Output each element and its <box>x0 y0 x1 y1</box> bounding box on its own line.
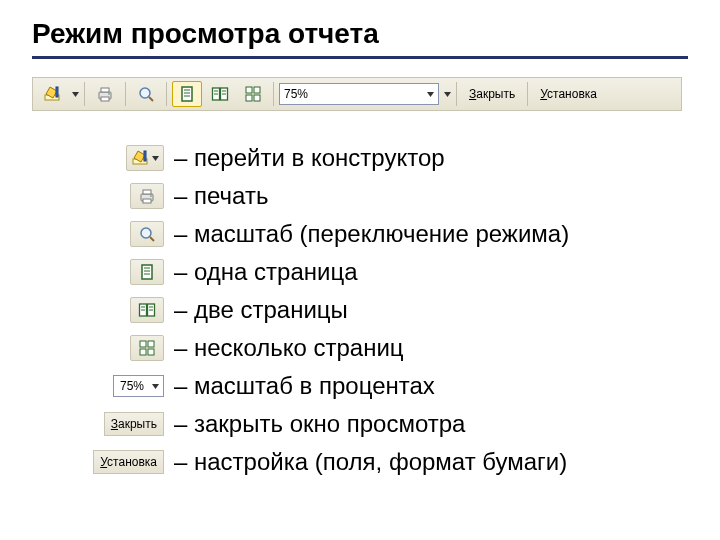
chevron-down-icon <box>72 92 79 97</box>
legend-print-label: – печать <box>174 182 268 210</box>
setup-label-rest: становка <box>547 87 597 101</box>
one-page-button[interactable] <box>172 81 202 107</box>
legend-design-label: – перейти в конструктор <box>174 144 445 172</box>
separator <box>456 82 457 106</box>
legend-one-page-label: – одна страница <box>174 258 358 286</box>
chevron-down-icon <box>444 92 451 97</box>
legend-row-multi-pages: – несколько страниц <box>92 329 688 367</box>
separator <box>166 82 167 106</box>
design-dropdown-arrow[interactable] <box>71 92 79 97</box>
legend-close-button: Закрыть <box>104 412 164 436</box>
legend-row-zoom-percent: 75% – масштаб в процентах <box>92 367 688 405</box>
separator <box>527 82 528 106</box>
legend-setup-label: – настройка (поля, формат бумаги) <box>174 448 567 476</box>
legend-print-button <box>130 183 164 209</box>
design-icon <box>131 149 149 167</box>
zoom-icon <box>137 85 155 103</box>
legend-zoom-button <box>130 221 164 247</box>
zoom-combobox[interactable]: 75% <box>279 83 439 105</box>
multi-pages-icon <box>138 339 156 357</box>
legend-zoom-value: 75% <box>120 379 144 393</box>
legend-row-two-pages: – две страницы <box>92 291 688 329</box>
zoom-toggle-button[interactable] <box>131 81 161 107</box>
print-icon <box>96 85 114 103</box>
legend-row-setup: Установка – настройка (поля, формат бума… <box>92 443 688 481</box>
legend-row-design: – перейти в конструктор <box>92 139 688 177</box>
design-view-button[interactable] <box>37 81 67 107</box>
legend-multi-pages-button <box>130 335 164 361</box>
legend-zoom-percent-label: – масштаб в процентах <box>174 372 435 400</box>
chevron-down-icon <box>152 156 159 161</box>
print-button[interactable] <box>90 81 120 107</box>
chevron-down-icon <box>427 92 434 97</box>
separator <box>125 82 126 106</box>
title-rule <box>32 56 688 59</box>
chevron-down-icon <box>152 384 159 389</box>
close-button[interactable]: Закрыть <box>462 81 522 107</box>
legend-close-label: – закрыть окно просмотра <box>174 410 465 438</box>
multi-pages-icon <box>244 85 262 103</box>
legend-row-zoom: – масштаб (переключение режима) <box>92 215 688 253</box>
design-icon <box>43 85 61 103</box>
legend-row-one-page: – одна страница <box>92 253 688 291</box>
zoom-value: 75% <box>284 87 308 101</box>
legend-one-page-button <box>130 259 164 285</box>
legend-multi-pages-label: – несколько страниц <box>174 334 404 362</box>
multi-pages-button[interactable] <box>238 81 268 107</box>
zoom-dropdown-arrow[interactable] <box>443 92 451 97</box>
zoom-icon <box>138 225 156 243</box>
two-pages-icon <box>138 301 156 319</box>
legend-row-print: – печать <box>92 177 688 215</box>
preview-toolbar: 75% Закрыть Установка <box>32 77 682 111</box>
two-pages-button[interactable] <box>205 81 235 107</box>
separator <box>273 82 274 106</box>
two-pages-icon <box>211 85 229 103</box>
separator <box>84 82 85 106</box>
page-title: Режим просмотра отчета <box>32 18 688 50</box>
legend-two-pages-label: – две страницы <box>174 296 348 324</box>
legend: – перейти в конструктор – печать – масшт… <box>92 139 688 481</box>
print-icon <box>138 187 156 205</box>
legend-setup-button: Установка <box>93 450 164 474</box>
close-label-rest: акрыть <box>476 87 515 101</box>
setup-button[interactable]: Установка <box>533 81 604 107</box>
legend-two-pages-button <box>130 297 164 323</box>
one-page-icon <box>138 263 156 281</box>
legend-design-button <box>126 145 164 171</box>
legend-row-close: Закрыть – закрыть окно просмотра <box>92 405 688 443</box>
legend-zoom-label: – масштаб (переключение режима) <box>174 220 569 248</box>
legend-zoom-combobox: 75% <box>113 375 164 397</box>
one-page-icon <box>178 85 196 103</box>
